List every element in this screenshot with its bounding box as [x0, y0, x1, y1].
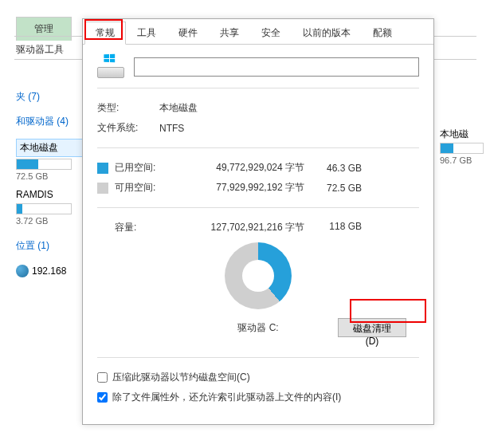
index-checkbox[interactable] — [97, 392, 108, 403]
dialog-body: 类型: 本地磁盘 文件系统: NTFS 已用空间: 49,772,929,024… — [83, 45, 433, 419]
tab-tools[interactable]: 工具 — [126, 22, 167, 45]
drive-label-input[interactable] — [134, 57, 419, 77]
capacity-row: 容量: 127,702,921,216 字节 118 GB — [97, 218, 419, 238]
free-gb-value: 72.5 GB — [304, 183, 362, 194]
used-gb-value: 46.3 GB — [304, 163, 362, 174]
sidebar-folders-header[interactable]: 夹 (7) — [16, 88, 84, 106]
used-bytes-value: 49,772,929,024 字节 — [177, 161, 304, 175]
free-label: 可用空间: — [115, 181, 177, 195]
divider — [97, 357, 419, 358]
drive-name-label: 本地磁 — [440, 128, 484, 141]
tab-quota[interactable]: 配额 — [362, 22, 403, 45]
drive-header-row — [97, 56, 419, 78]
drive-usage-bar — [16, 203, 72, 214]
divider — [97, 207, 419, 208]
network-icon — [16, 265, 29, 277]
compress-checkbox-row[interactable]: 压缩此驱动器以节约磁盘空间(C) — [97, 367, 419, 387]
explorer-drive-item[interactable]: 本地磁 96.7 GB — [440, 128, 484, 165]
network-label: 192.168 — [32, 265, 66, 277]
dialog-tab-bar: 常规 工具 硬件 共享 安全 以前的版本 配额 — [83, 19, 433, 45]
type-row: 类型: 本地磁盘 — [97, 98, 419, 118]
filesystem-label: 文件系统: — [97, 121, 159, 135]
usage-pie-chart — [225, 242, 292, 309]
sidebar-drive-c[interactable]: 本地磁盘 72.5 GB — [16, 139, 84, 181]
compress-checkbox[interactable] — [97, 372, 108, 383]
pie-chart-wrap — [97, 242, 419, 309]
index-label: 除了文件属性外，还允许索引此驱动器上文件的内容(I) — [112, 391, 341, 404]
drive-size-label: 72.5 GB — [16, 170, 84, 181]
drive-icon — [97, 56, 124, 78]
drive-name-label: RAMDIS — [16, 187, 84, 202]
properties-dialog: 常规 工具 硬件 共享 安全 以前的版本 配额 类型: 本地磁盘 文件系统: N… — [82, 18, 434, 425]
free-bytes-value: 77,929,992,192 字节 — [177, 181, 304, 195]
used-space-row: 已用空间: 49,772,929,024 字节 46.3 GB — [97, 158, 419, 178]
tab-security[interactable]: 安全 — [250, 22, 292, 45]
tab-hardware[interactable]: 硬件 — [167, 22, 209, 45]
drive-size-label: 96.7 GB — [440, 154, 484, 165]
used-swatch-icon — [97, 163, 108, 174]
sidebar-drive-ramdisk[interactable]: RAMDIS 3.72 GB — [16, 187, 84, 226]
drive-size-label: 3.72 GB — [16, 214, 84, 226]
type-value: 本地磁盘 — [159, 101, 198, 115]
capacity-label: 容量: — [115, 221, 177, 234]
disk-cleanup-button[interactable]: 磁盘清理(D) — [338, 318, 406, 337]
filesystem-value: NTFS — [159, 123, 184, 134]
capacity-gb-value: 118 GB — [304, 221, 362, 234]
explorer-sidebar: 夹 (7) 和驱动器 (4) 本地磁盘 72.5 GB RAMDIS 3.72 … — [16, 88, 84, 277]
drive-usage-bar — [16, 159, 72, 170]
drive-usage-bar — [440, 143, 484, 154]
free-space-row: 可用空间: 77,929,992,192 字节 72.5 GB — [97, 178, 419, 198]
index-checkbox-row[interactable]: 除了文件属性外，还允许索引此驱动器上文件的内容(I) — [97, 387, 419, 407]
tab-general[interactable]: 常规 — [84, 22, 126, 45]
drive-name-label: 本地磁盘 — [16, 139, 84, 157]
compress-label: 压缩此驱动器以节约磁盘空间(C) — [112, 371, 250, 384]
type-label: 类型: — [97, 101, 159, 115]
filesystem-row: 文件系统: NTFS — [97, 118, 419, 138]
sidebar-location-header[interactable]: 位置 (1) — [16, 237, 84, 255]
drive-letter-label: 驱动器 C: — [237, 321, 278, 335]
divider — [97, 88, 419, 88]
ribbon-group-label: 驱动器工具 — [16, 40, 64, 60]
sidebar-network-item[interactable]: 192.168 — [16, 265, 84, 277]
used-label: 已用空间: — [115, 161, 177, 175]
capacity-bytes-value: 127,702,921,216 字节 — [177, 221, 304, 234]
sidebar-drives-header[interactable]: 和驱动器 (4) — [16, 112, 84, 131]
free-swatch-icon — [97, 183, 108, 194]
tab-sharing[interactable]: 共享 — [209, 22, 250, 45]
tab-previous-versions[interactable]: 以前的版本 — [292, 22, 362, 45]
divider — [97, 147, 419, 148]
drive-letter-row: 驱动器 C: 磁盘清理(D) — [97, 316, 419, 340]
